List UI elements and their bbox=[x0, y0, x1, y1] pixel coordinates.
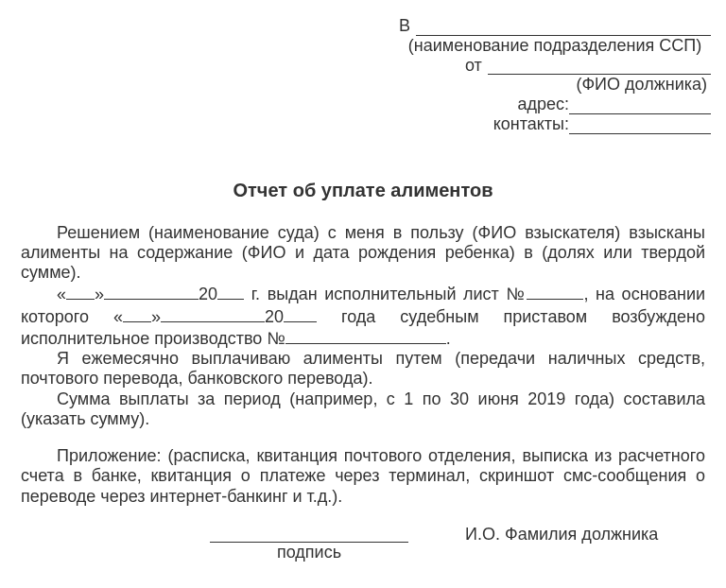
signature-block: подпись bbox=[210, 526, 408, 562]
year-blank-1[interactable] bbox=[217, 283, 244, 300]
month-blank-1[interactable] bbox=[104, 283, 199, 300]
document-body: Решением (наименование суда) с меня в по… bbox=[21, 223, 705, 507]
to-prefix: В bbox=[399, 17, 410, 36]
signature-label: подпись bbox=[210, 544, 408, 562]
contacts-blank[interactable] bbox=[569, 116, 711, 134]
p2-c: 20 bbox=[199, 285, 217, 303]
signature-area: подпись И.О. Фамилия должника bbox=[21, 526, 705, 562]
p2-a: « bbox=[57, 285, 66, 303]
case-number-blank[interactable] bbox=[285, 327, 446, 344]
p2-f: » bbox=[151, 307, 161, 326]
to-line: В bbox=[399, 17, 711, 36]
address-label: адрес: bbox=[517, 95, 569, 114]
day-blank-1[interactable] bbox=[66, 283, 95, 300]
month-blank-2[interactable] bbox=[161, 305, 265, 322]
signer-name: И.О. Фамилия должника bbox=[465, 526, 658, 545]
contacts-label: контакты: bbox=[493, 115, 569, 134]
p2-b: » bbox=[95, 285, 104, 303]
p2-g: 20 bbox=[265, 307, 284, 326]
year-blank-2[interactable] bbox=[284, 305, 317, 322]
address-blank[interactable] bbox=[569, 96, 711, 114]
paragraph-3: Я ежемесячно выплачиваю алименты путем (… bbox=[21, 349, 705, 389]
to-blank[interactable] bbox=[416, 18, 711, 36]
address-line: адрес: bbox=[399, 95, 711, 114]
paragraph-1: Решением (наименование суда) с меня в по… bbox=[21, 223, 705, 284]
day-blank-2[interactable] bbox=[123, 305, 151, 322]
to-caption: (наименование подразделения ССП) bbox=[399, 37, 711, 56]
recipient-block: В (наименование подразделения ССП) от (Ф… bbox=[399, 17, 711, 134]
paragraph-2: «»20 г. выдан исполнительный лист №, на … bbox=[21, 283, 705, 349]
writ-number-blank[interactable] bbox=[527, 283, 583, 300]
document-title: Отчет об уплате алиментов bbox=[21, 180, 705, 200]
paragraph-5: Приложение: (расписка, квитанция почтово… bbox=[21, 446, 705, 507]
p2-i: . bbox=[446, 329, 451, 348]
signature-line[interactable] bbox=[210, 526, 408, 543]
from-prefix: от bbox=[465, 57, 482, 76]
contacts-line: контакты: bbox=[399, 115, 711, 134]
paragraph-4: Сумма выплаты за период (например, с 1 п… bbox=[21, 389, 705, 429]
from-line: от bbox=[399, 57, 711, 76]
from-blank[interactable] bbox=[488, 58, 711, 76]
p2-d: г. выдан исполнительный лист № bbox=[244, 285, 527, 303]
from-caption: (ФИО должника) bbox=[399, 76, 711, 95]
